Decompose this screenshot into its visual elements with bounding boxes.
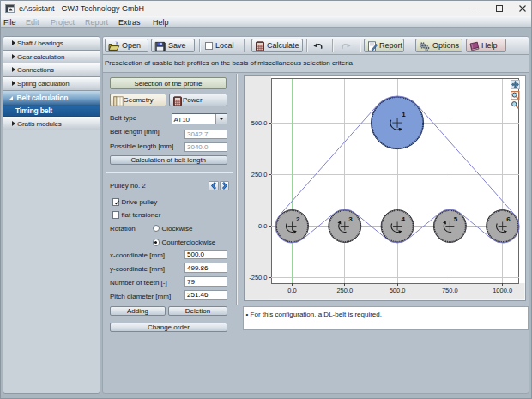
magnifier-icon [511, 100, 520, 110]
menu-help[interactable]: Help [153, 17, 169, 27]
sidebar-item-belt-calculation[interactable]: Belt calculation [3, 91, 100, 106]
main-panel: Open Save Local [102, 36, 529, 394]
plot-canvas[interactable]: 0.0250.0500.0750.01000.0-250.00.0250.050… [245, 76, 525, 300]
flat-tensioner-checkbox[interactable] [112, 211, 120, 219]
adding-button[interactable]: Adding [110, 306, 166, 316]
svg-text:250.0: 250.0 [251, 171, 268, 178]
gears-icon [419, 41, 430, 51]
options-button[interactable]: Options [415, 39, 462, 52]
panel-divider [236, 74, 238, 305]
geometry-button[interactable]: Geometry [110, 94, 166, 106]
belt-length-field[interactable] [184, 130, 227, 140]
collapsed-arrow-icon [12, 81, 15, 86]
message-box: • For this configuration, a DL-belt is r… [243, 306, 529, 331]
number-of-teeth-field[interactable] [184, 276, 227, 287]
save-button[interactable]: Save [151, 39, 195, 52]
calculate-button[interactable]: Calculate [251, 39, 303, 52]
toolbar-separator [199, 39, 201, 52]
collapsed-arrow-icon [12, 121, 15, 126]
pitch-diameter-field[interactable] [184, 290, 227, 300]
deletion-button[interactable]: Deletion [168, 306, 227, 316]
y-coordinate-field[interactable] [184, 263, 227, 273]
chevron-down-icon [219, 118, 224, 120]
belt-type-value: AT10 [174, 116, 190, 124]
svg-text:1000.0: 1000.0 [493, 287, 512, 294]
calculation-of-belt-length-button[interactable]: Calculation of belt length [110, 155, 227, 166]
clockwise-radio[interactable] [153, 225, 160, 233]
radio-dot [154, 241, 157, 244]
collapsed-arrow-icon [12, 67, 15, 72]
power-button[interactable]: Power [169, 94, 227, 106]
message-text: • For this configuration, a DL-belt is r… [246, 311, 382, 318]
toolbar-separator [332, 39, 334, 52]
menu-edit[interactable]: Edit [26, 17, 39, 27]
zoom-to-region-button[interactable] [511, 91, 520, 100]
next-pulley-button[interactable] [220, 181, 230, 191]
toolbar: Open Save Local [103, 37, 529, 55]
number-of-teeth-label: Number of teeth [-] [110, 279, 167, 287]
help-button[interactable]: Help [466, 39, 506, 52]
change-order-button[interactable]: Change order [110, 323, 227, 333]
menu-file[interactable]: File [3, 17, 16, 27]
undo-button[interactable] [313, 42, 323, 50]
possible-length-label: Possible length [mm] [110, 142, 173, 150]
open-button[interactable]: Open [105, 39, 148, 52]
svg-text:500.0: 500.0 [390, 287, 406, 294]
application-window: eAssistant - GWJ Technology GmbH File Ed… [0, 0, 532, 399]
minimize-icon [472, 4, 481, 13]
svg-text:1: 1 [402, 111, 406, 118]
rotation-label: Rotation [110, 225, 136, 233]
report-button[interactable]: Report [364, 39, 404, 52]
svg-text:0.0: 0.0 [258, 222, 267, 230]
sidebar-item-connections[interactable]: Connections [3, 63, 100, 77]
menu-project[interactable]: Project [51, 17, 75, 27]
collapsed-arrow-icon [12, 40, 15, 45]
report-document-icon [367, 41, 378, 51]
menu-extras[interactable]: Extras [118, 17, 141, 27]
sidebar-item-gratis-modules[interactable]: Gratis modules [3, 117, 100, 130]
close-icon [518, 4, 527, 13]
collapsed-arrow-icon [12, 54, 15, 59]
minimize-button[interactable] [465, 1, 487, 16]
previous-pulley-button[interactable] [209, 181, 219, 191]
menu-report[interactable]: Report [85, 17, 108, 27]
pan-tool-button[interactable] [511, 80, 520, 89]
svg-text:250.0: 250.0 [336, 287, 353, 294]
x-coordinate-label: x-coordinate [mm] [110, 251, 165, 259]
open-folder-icon [108, 41, 120, 51]
zoom-button[interactable] [511, 100, 520, 110]
sidebar-item-timing-belt[interactable]: Timing belt [3, 106, 100, 118]
drive-pulley-checkbox[interactable] [112, 198, 120, 206]
sidebar-item-spring-calculation[interactable]: Spring calculation [3, 77, 100, 92]
chevron-right-icon [221, 182, 228, 190]
possible-length-field[interactable] [184, 142, 227, 153]
sidebar-item-gear-calculation[interactable]: Gear calculation [3, 51, 100, 64]
subtitle-band: Preselection of usable belt profiles on … [103, 55, 529, 73]
check-icon [114, 200, 120, 206]
toolbar-separator [360, 39, 361, 52]
counterclockwise-label: Counterclockwise [162, 239, 216, 246]
chevron-left-icon [210, 182, 218, 190]
title-bar[interactable]: eAssistant - GWJ Technology GmbH [1, 1, 531, 16]
redo-icon [342, 42, 351, 50]
y-coordinate-label: y-coordinate [mm] [110, 265, 165, 273]
app-icon [5, 4, 15, 13]
close-button[interactable] [511, 1, 532, 16]
local-checkbox[interactable] [205, 42, 213, 50]
undo-icon [313, 42, 323, 50]
belt-type-select[interactable]: AT10 [172, 113, 227, 124]
dropdown-button[interactable] [215, 114, 227, 124]
flat-tensioner-label: flat tensioner [122, 211, 161, 219]
counterclockwise-radio[interactable] [153, 239, 160, 246]
maximize-button[interactable] [488, 1, 511, 16]
x-coordinate-field[interactable] [184, 250, 227, 260]
sidebar-item-shaft-bearings[interactable]: Shaft / bearings [3, 37, 100, 51]
selection-of-profile-button[interactable]: Selection of the profile [110, 77, 227, 89]
page-subtitle: Preselection of usable belt profiles on … [105, 59, 353, 67]
belt-type-label: Belt type [110, 114, 136, 122]
menu-bar: File Edit Project Report Extras Help [1, 16, 531, 28]
separator [106, 172, 233, 173]
redo-button[interactable] [342, 42, 351, 50]
clockwise-label: Clockwise [162, 225, 193, 233]
sidebar: Shaft / bearings Gear calculation Connec… [3, 36, 100, 394]
